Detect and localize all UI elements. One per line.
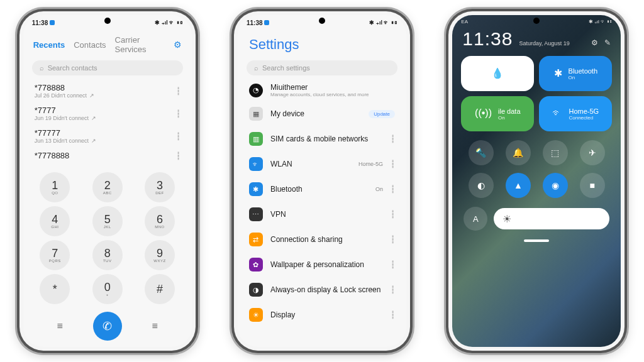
tiles-grid: 💧 ✱BluetoothOn ((•))ile dataOn ᯤHome-5GC… [452,56,621,131]
search-icon: ⌕ [254,64,258,72]
toggle-airplane[interactable]: ✈ [580,140,605,165]
drag-handle[interactable] [524,239,549,242]
sim-icon: ▥ [249,132,263,146]
row-my-device[interactable]: ▦ My device Update [238,101,406,126]
carrier-label: EA [461,19,468,25]
toggle-dark[interactable]: ◐ [469,173,494,198]
edit-icon[interactable]: ✎ [604,38,611,47]
vpn-icon: ⋯ [249,207,263,221]
status-time: 11:38 [32,19,48,26]
tab-carrier[interactable]: Carrier Services [115,35,156,54]
wifi-icon: ᯤ [552,107,562,119]
tab-contacts[interactable]: Contacts [74,40,106,50]
settings-title: Settings [238,30,406,57]
camera-punch [319,18,325,24]
recent-calls-list: *778888Jul 26 Didn't connect↗ ┇ *7777Jun… [23,79,192,163]
font-size-button[interactable]: A [464,207,487,231]
key-6[interactable]: 6MNO [145,206,175,236]
key-7[interactable]: 7PQRS [40,240,70,270]
row-wallpaper[interactable]: ✿ Wallpaper & personalization┇ [238,252,406,277]
bluetooth-icon: ✱ [554,67,562,79]
row-bluetooth[interactable]: ✱ BluetoothOn┇ [238,177,406,202]
status-icons: ✱ ₊ıl ᯤ ▮▯ [155,19,183,26]
collapse-icon[interactable]: ≡ [152,321,157,332]
dialer-tabs: Recents Contacts Carrier Services ⚙ [23,30,192,57]
key-8[interactable]: 8TUV [92,240,123,270]
gear-icon[interactable]: ⚙ [174,40,182,50]
tab-recents[interactable]: Recents [33,40,65,50]
row-display[interactable]: ☀ Display┇ [238,302,406,327]
display-icon: ☀ [249,308,263,322]
row-wlan[interactable]: ᯤ WLANHome-5G┇ [238,151,406,177]
toggle-location[interactable]: ▲ [506,173,531,198]
quick-toggles: 🔦 🔔 ⬚ ✈ ◐ ▲ ◉ ■ [452,131,621,202]
cc-time: 11:38 [462,28,513,50]
toggle-screenshot[interactable]: ⬚ [543,140,568,165]
wallpaper-icon: ✿ [249,258,263,272]
lock-icon: ◑ [249,283,263,297]
contacts-search[interactable]: ⌕ Search contacts [32,60,183,75]
account-row[interactable]: ◔ MiuithemerManage accounts, cloud servi… [238,79,406,101]
row-aod[interactable]: ◑ Always-on display & Lock screen┇ [238,277,406,302]
info-icon[interactable]: ┇ [176,87,180,96]
search-icon: ⌕ [40,64,44,72]
cc-date: Saturday, August 19 [519,40,569,47]
brightness-icon: ☀ [502,213,511,225]
settings-list: ◔ MiuithemerManage accounts, cloud servi… [238,79,406,347]
toggle-screen-record[interactable]: ■ [580,173,605,198]
row-vpn[interactable]: ⋯ VPN┇ [238,202,406,227]
key-3[interactable]: 3DEF [145,172,175,202]
phone-settings: 11:38 ✱ ₊ıl ᯤ ▮▯ Settings ⌕ Search setti… [234,11,410,351]
status-icons: ✱ ₊ıl ᯤ ▮▯ [589,19,613,25]
wifi-icon: ᯤ [249,157,263,171]
settings-search[interactable]: ⌕ Search settings [247,60,397,75]
key-star[interactable]: * [40,274,70,304]
call-row[interactable]: *77777Jun 13 Didn't connect↗ ┇ [35,124,180,147]
settings-icon[interactable]: ⚙ [591,38,598,47]
update-badge: Update [369,110,395,118]
camera-punch [533,18,540,24]
tile-water[interactable]: 💧 [461,56,534,91]
row-connection[interactable]: ⇄ Connection & sharing┇ [238,227,406,252]
dialpad: 1QO 2ABC 3DEF 4GHI 5JKL 6MNO 7PQRS 8TUV … [23,168,192,309]
key-4[interactable]: 4GHI [40,206,70,236]
key-2[interactable]: 2ABC [92,172,123,202]
toggle-sound[interactable]: 🔔 [506,140,531,165]
bluetooth-icon: ✱ [249,182,263,196]
tile-bluetooth[interactable]: ✱BluetoothOn [539,56,612,91]
key-hash[interactable]: # [145,274,175,304]
phone-dialer: 11:38 ✱ ₊ıl ᯤ ▮▯ Recents Contacts Carrie… [19,11,196,351]
key-0[interactable]: 0+ [92,274,123,304]
key-9[interactable]: 9WXYZ [145,240,175,270]
search-placeholder: Search contacts [48,64,97,72]
tile-mobile-data[interactable]: ((•))ile dataOn [461,96,534,131]
call-row[interactable]: *7777Jun 19 Didn't connect↗ ┇ [35,102,180,124]
brightness-row: A ☀ [452,202,621,234]
call-row[interactable]: *7778888 ┇ [35,147,180,163]
cc-heading: 11:38 Saturday, August 19 ⚙✎ [452,25,621,56]
menu-icon[interactable]: ≡ [57,321,63,332]
key-5[interactable]: 5JKL [92,206,123,236]
call-row[interactable]: *778888Jul 26 Didn't connect↗ ┇ [35,79,180,102]
camera-punch [104,18,111,24]
row-sim[interactable]: ▥ SIM cards & mobile networks┇ [238,126,406,151]
call-button[interactable]: ✆ [93,312,122,341]
tile-wifi[interactable]: ᯤHome-5GConnected [539,96,612,131]
key-1[interactable]: 1QO [40,172,70,202]
device-icon: ▦ [249,107,263,121]
toggle-flashlight[interactable]: 🔦 [469,140,494,165]
avatar-icon: ◔ [249,84,263,97]
drop-icon: 💧 [491,67,504,79]
toggle-rotation[interactable]: ◉ [543,173,568,198]
share-icon: ⇄ [249,233,263,246]
signal-icon: ((•)) [475,107,492,119]
phone-control-center: EA ✱ ₊ıl ᯤ ▮▯ 11:38 Saturday, August 19 … [448,11,625,351]
brightness-slider[interactable]: ☀ [494,208,609,229]
